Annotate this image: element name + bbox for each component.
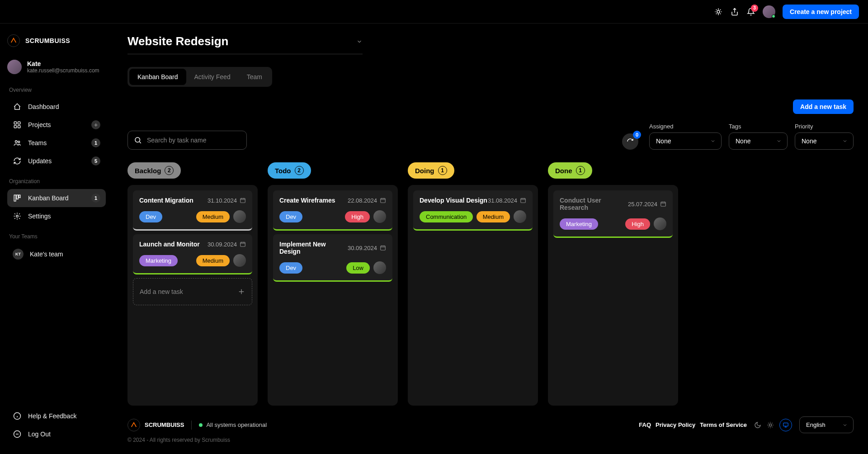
assignee-avatar (654, 218, 666, 230)
chevron-down-icon (842, 422, 848, 428)
sun-icon[interactable] (767, 421, 774, 429)
nav-teams[interactable]: Teams 1 (7, 134, 106, 152)
nav-dashboard[interactable]: Dashboard (7, 98, 106, 116)
column-todo-header[interactable]: Todo 2 (268, 162, 311, 179)
moon-icon[interactable] (754, 421, 761, 429)
tab-kanban[interactable]: Kanban Board (129, 69, 186, 85)
status-dot-icon (199, 423, 203, 427)
section-organization: Organization (7, 178, 106, 184)
chevron-down-icon (356, 38, 363, 45)
tab-activity[interactable]: Activity Feed (186, 69, 239, 85)
add-project-icon[interactable]: + (91, 120, 100, 129)
nav-projects[interactable]: Projects + (7, 116, 106, 134)
task-card[interactable]: Content Migration 31.10.2024 Dev Medium (133, 190, 252, 231)
svg-point-5 (15, 141, 18, 143)
sidebar: SCRUMBUISS Kate kate.russell@scrumbuiss.… (0, 24, 113, 454)
svg-rect-18 (521, 199, 526, 203)
copyright: © 2024 - All rights reserved by Scrumbui… (127, 437, 854, 443)
team-avatar: KT (13, 249, 24, 260)
section-overview: Overview (7, 87, 106, 93)
footer: SCRUMBUISS All systems operational FAQ P… (127, 406, 854, 433)
project-selector[interactable]: Website Redesign (127, 34, 363, 54)
top-header: 3 Create a new project (0, 0, 868, 24)
nav-logout[interactable]: Log Out (7, 425, 106, 443)
user-avatar[interactable] (763, 5, 775, 18)
sidebar-user-email: kate.russell@scrumbuiss.com (27, 67, 99, 74)
assignee-avatar (233, 210, 246, 223)
task-card[interactable]: Launch and Monitor 30.09.2024 Marketing … (133, 234, 252, 274)
share-icon[interactable] (730, 7, 739, 16)
section-your-teams: Your Teams (7, 233, 106, 240)
brand-name: SCRUMBUISS (25, 37, 70, 44)
svg-rect-9 (19, 195, 20, 198)
footer-privacy[interactable]: Privacy Policy (656, 421, 695, 428)
tab-team[interactable]: Team (239, 69, 270, 85)
filter-assigned-select[interactable]: None (649, 132, 722, 150)
task-card[interactable]: Implement New Design 30.09.2024 Dev Low (273, 234, 392, 282)
bell-icon[interactable]: 3 (746, 7, 755, 16)
nav-team-kate[interactable]: KT Kate's team (7, 244, 106, 264)
refresh-button[interactable]: 0 (622, 133, 638, 150)
bug-icon[interactable] (714, 7, 723, 16)
nav-help[interactable]: Help & Feedback (7, 407, 106, 425)
task-card[interactable]: Create Wireframes 22.08.2024 Dev High (273, 190, 392, 231)
assignee-avatar (373, 210, 386, 223)
main-content: Website Redesign Kanban Board Activity F… (113, 24, 868, 454)
svg-rect-17 (381, 246, 386, 250)
calendar-icon (380, 245, 386, 251)
task-card[interactable]: Conduct User Research 25.07.2024 Marketi… (553, 190, 673, 238)
kanban-count-badge: 1 (91, 194, 100, 203)
column-todo: Todo 2 Create Wireframes 22.08.2024 Dev … (268, 162, 398, 406)
calendar-icon (380, 197, 386, 203)
assignee-avatar (514, 210, 526, 223)
calendar-icon (240, 241, 246, 247)
plus-icon (237, 288, 245, 296)
brand[interactable]: SCRUMBUISS (7, 34, 106, 47)
svg-rect-1 (14, 122, 16, 124)
refresh-icon (13, 156, 22, 166)
filter-priority-label: Priority (795, 123, 854, 130)
sidebar-user[interactable]: Kate kate.russell@scrumbuiss.com (7, 60, 106, 74)
divider (191, 421, 192, 430)
filter-priority-select[interactable]: None (795, 132, 854, 150)
gear-icon (13, 212, 22, 221)
nav-settings[interactable]: Settings (7, 207, 106, 225)
kanban-icon (13, 194, 22, 203)
search-icon (134, 136, 142, 144)
page-title: Website Redesign (127, 34, 228, 48)
search-input[interactable] (127, 131, 247, 150)
task-card[interactable]: Develop Visual Design 31.08.2024 Communi… (413, 190, 533, 231)
svg-point-6 (18, 141, 20, 143)
svg-rect-15 (241, 242, 245, 246)
brand-logo-icon (7, 34, 20, 47)
svg-rect-16 (381, 199, 386, 203)
monitor-icon[interactable] (779, 419, 792, 431)
svg-rect-2 (18, 122, 20, 124)
language-select[interactable]: English (799, 416, 854, 433)
svg-rect-4 (18, 126, 20, 128)
column-backlog-header[interactable]: Backlog 2 (127, 162, 181, 179)
kanban-board: Backlog 2 Content Migration 31.10.2024 D… (127, 162, 854, 406)
svg-point-10 (16, 215, 19, 218)
filter-tags-select[interactable]: None (729, 132, 788, 150)
add-task-inline[interactable]: Add a new task (133, 278, 252, 305)
column-backlog: Backlog 2 Content Migration 31.10.2024 D… (127, 162, 258, 406)
footer-faq[interactable]: FAQ (639, 421, 651, 428)
status-dot (772, 14, 775, 18)
calendar-icon (520, 197, 526, 203)
users-icon (13, 138, 22, 147)
chevron-down-icon (776, 138, 782, 144)
filter-tags-label: Tags (729, 123, 788, 130)
column-done-header[interactable]: Done 1 (548, 162, 592, 179)
column-doing-header[interactable]: Doing 1 (408, 162, 454, 179)
footer-tos[interactable]: Terms of Service (700, 421, 747, 428)
svg-rect-14 (241, 199, 245, 203)
info-icon (13, 411, 22, 421)
nav-updates[interactable]: Updates 5 (7, 152, 106, 170)
svg-point-0 (717, 10, 720, 13)
add-task-button[interactable]: Add a new task (793, 99, 854, 114)
create-project-button[interactable]: Create a new project (783, 5, 859, 19)
nav-kanban[interactable]: Kanban Board 1 (7, 189, 106, 207)
footer-brand[interactable]: SCRUMBUISS (127, 419, 184, 431)
system-status: All systems operational (199, 421, 267, 428)
